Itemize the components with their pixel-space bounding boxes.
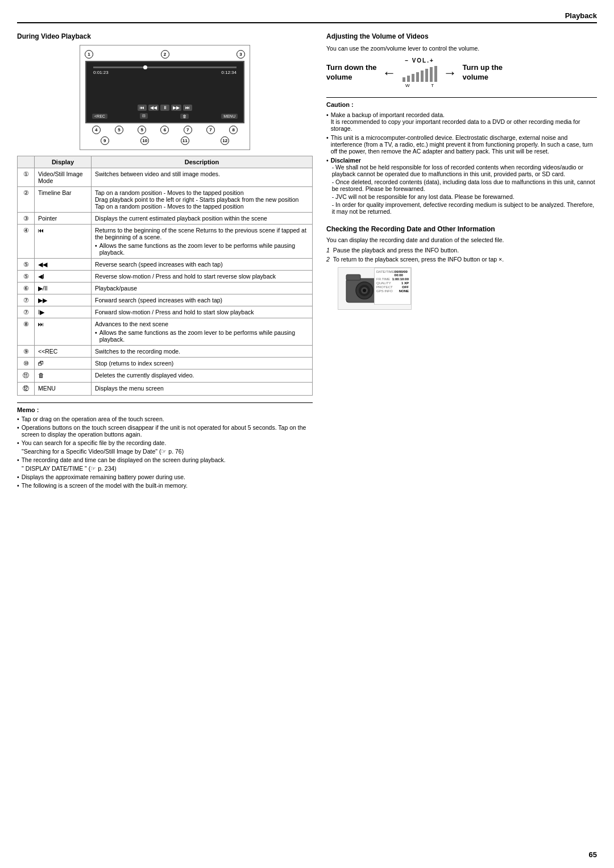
vol-turn-down: Turn down thevolume: [326, 63, 377, 82]
table-header-num: [18, 156, 35, 168]
svg-point-4: [363, 289, 366, 292]
screen-controls: ⏮ ◀◀ ⏸ ▶▶ ⏭: [92, 105, 238, 111]
table-cell-description: Stop (returns to index screen): [92, 358, 313, 369]
screen-time-right: 0:12:34: [221, 70, 237, 75]
btn-delete[interactable]: 🗑: [180, 114, 189, 119]
table-cell-num: ⑦: [18, 306, 35, 318]
screen-timeline: [93, 67, 237, 68]
table-cell-description: Advances to the next scene•Allows the sa…: [92, 318, 313, 346]
step-text: To return to the playback screen, press …: [333, 256, 504, 263]
caution-item: •Make a backup of important recorded dat…: [326, 111, 597, 132]
table-row: ⑤◀◀Reverse search (speed increases with …: [18, 259, 313, 271]
vbar-6: [425, 69, 428, 82]
table-cell-num: ⑤: [18, 271, 35, 283]
table-cell-display: ⏮: [35, 225, 92, 259]
caution-item: •Disclaimer- We shall not be held respon…: [326, 157, 597, 216]
info-value: OFF: [402, 285, 409, 289]
table-cell-num: ①: [18, 168, 35, 187]
step-item: 1Pause the playback and press the INFO b…: [326, 247, 597, 254]
info-value: 1:00:10:00: [392, 277, 409, 281]
memo-item: •You can search for a specific file by t…: [17, 439, 313, 446]
vbar-8: [434, 66, 437, 82]
memo-item: •Displays the approximate remaining batt…: [17, 474, 313, 480]
btn-rec[interactable]: <REC: [92, 114, 107, 119]
table-row: ③PointerDisplays the current estimated p…: [18, 213, 313, 225]
circle-nums-mid: 4 5 5 6 7 7 8: [85, 126, 245, 134]
btn-prev[interactable]: ⏮: [138, 105, 147, 111]
caution-content: Disclaimer- We shall not be held respons…: [331, 157, 597, 216]
table-cell-display: I▶: [35, 306, 92, 318]
btn-next[interactable]: ⏭: [183, 105, 192, 111]
page-header: Playback: [17, 11, 597, 23]
info-panel-row: GPS INFONONE: [376, 289, 409, 293]
vbar-2: [407, 76, 410, 82]
table-cell-description: Switches to the recording mode.: [92, 346, 313, 358]
vol-t-label: T: [431, 83, 434, 88]
btn-rev-search[interactable]: ◀◀: [148, 105, 159, 111]
vol-section-title: Adjusting the Volume of Videos: [326, 32, 597, 40]
circle-1: 1: [85, 50, 93, 59]
table-cell-num: ⑧: [18, 318, 35, 346]
vbar-5: [421, 70, 424, 82]
circle-nums-bot: 9 10 11 12: [85, 136, 245, 145]
info-value: 00/00/00 00:00: [395, 270, 409, 277]
btn-play-pause[interactable]: ⏸: [160, 105, 169, 111]
table-cell-display: ◀I: [35, 271, 92, 283]
right-column: Adjusting the Volume of Videos You can u…: [326, 32, 597, 491]
table-row: ①Video/Still Image ModeSwitches between …: [18, 168, 313, 187]
table-cell-display: MENU: [35, 383, 92, 396]
info-value: 1 XP: [401, 281, 409, 285]
checking-desc: You can display the recording date and d…: [326, 236, 597, 243]
info-label: GPS INFO: [376, 289, 393, 293]
screen-time-left: 0:01:23: [93, 70, 109, 75]
table-cell-num: ⑩: [18, 358, 35, 369]
table-cell-bullet: •Allows the same functions as the zoom l…: [95, 242, 309, 256]
vol-arrow-left: ←: [383, 65, 396, 81]
description-table: Display Description ①Video/Still Image M…: [17, 156, 313, 396]
screen-dot: [143, 65, 147, 69]
memo-item: •Operations buttons on the touch screen …: [17, 424, 313, 438]
table-cell-num: ⑨: [18, 346, 35, 358]
table-row: ⑪🗑Deletes the currently displayed video.: [18, 369, 313, 383]
btn-stop[interactable]: ⊟: [140, 113, 148, 119]
circle-5a: 5: [115, 126, 123, 134]
table-cell-display: ▶/II: [35, 283, 92, 294]
table-cell-num: ②: [18, 187, 35, 213]
memo-item: •The recording date and time can be disp…: [17, 456, 313, 463]
vol-wt-labels: W T: [405, 83, 434, 88]
circle-10: 10: [140, 136, 149, 145]
btn-fwd-search[interactable]: ▶▶: [171, 105, 181, 111]
table-cell-display: ⏭: [35, 318, 92, 346]
svg-rect-5: [346, 275, 360, 280]
info-value: NONE: [399, 289, 409, 293]
page-number: 65: [589, 850, 597, 859]
caution-items: •Make a backup of important recorded dat…: [326, 111, 597, 216]
table-cell-description: Tap on a random position - Moves to the …: [92, 187, 313, 213]
btn-menu[interactable]: MENU: [221, 114, 238, 119]
table-cell-description: Forward slow-motion / Press and hold to …: [92, 306, 313, 318]
table-row: ⑧⏭Advances to the next scene•Allows the …: [18, 318, 313, 346]
table-row: ⑨<<RECSwitches to the recording mode.: [18, 346, 313, 358]
table-cell-description: Displays the menu screen: [92, 383, 313, 396]
volume-section: Adjusting the Volume of Videos You can u…: [326, 32, 597, 88]
caution-box: Caution : •Make a backup of important re…: [326, 97, 597, 216]
vol-w-label: W: [405, 83, 410, 88]
info-panel-row: FR.TIME1:00:10:00: [376, 277, 409, 281]
step-number: 2: [326, 256, 330, 263]
table-cell-display: ▶▶: [35, 294, 92, 306]
circle-12: 12: [221, 136, 229, 145]
step-text: Pause the playback and press the INFO bu…: [333, 247, 459, 254]
circle-4: 4: [92, 126, 101, 134]
circle-nums-top: 1 2 3: [85, 50, 245, 59]
circle-11: 11: [181, 136, 189, 145]
step-number: 1: [326, 247, 330, 254]
table-cell-display: 🗗: [35, 358, 92, 369]
left-column: During Video Playback 1 2 3: [17, 32, 313, 491]
table-row: ⑦I▶Forward slow-motion / Press and hold …: [18, 306, 313, 318]
table-cell-description: Reverse slow-motion / Press and hold to …: [92, 271, 313, 283]
info-panel-row: PROTECTOFF: [376, 285, 409, 289]
caution-content: Make a backup of important recorded data…: [331, 111, 597, 132]
info-label: DATE/TIME: [376, 270, 395, 277]
left-section-title: During Video Playback: [17, 32, 313, 40]
vol-bars: [402, 65, 438, 82]
